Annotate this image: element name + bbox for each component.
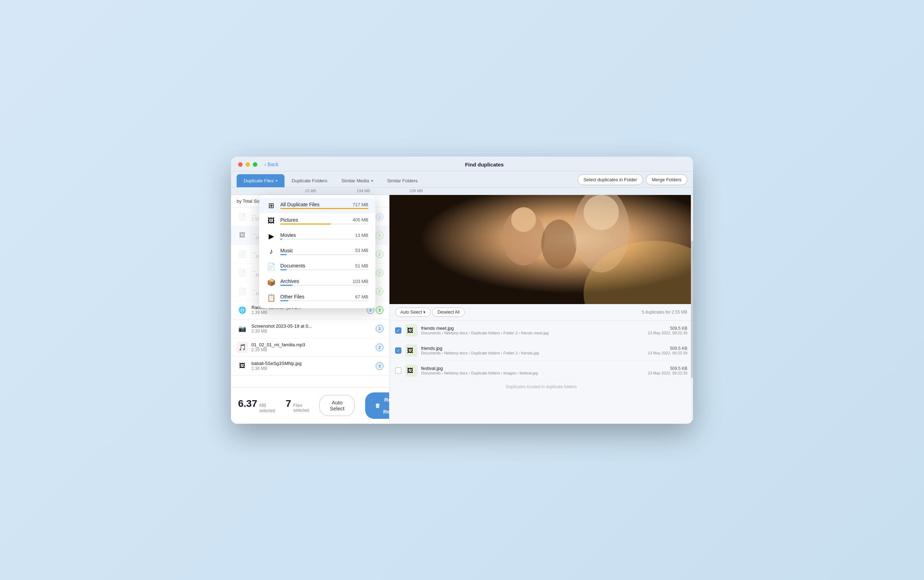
auto-select-detail-button[interactable]: Auto Select ▾: [395, 308, 431, 317]
detail-item[interactable]: ✓ 🖼 friends meet.jpg Documents › Nektony…: [389, 321, 693, 341]
badge: 2: [376, 288, 383, 295]
detail-list: ✓ 🖼 friends meet.jpg Documents › Nektony…: [389, 321, 693, 424]
preview-svg: [389, 195, 693, 304]
dropdown-item-archives[interactable]: 📦 Archives 103 MB: [259, 275, 375, 290]
list-item[interactable]: 🖼 babali-5SeSg3SMNp.jpg 2.36 MB 3: [231, 357, 389, 376]
minimize-button[interactable]: [246, 162, 250, 167]
tab-size-similar-media: 194 MB: [335, 188, 391, 194]
scrollbar-thumb[interactable]: [691, 241, 693, 378]
file-icon: 📄: [237, 286, 248, 297]
bottom-bar: 6.37 MB selected 7 Files selected Auto S…: [231, 387, 389, 424]
checkbox-friends-meet[interactable]: ✓: [395, 327, 401, 334]
duplicate-count: 5 duplicates for 2.55 MB: [642, 310, 687, 315]
deselect-all-button[interactable]: Deselect All: [432, 308, 465, 317]
scrollbar-track[interactable]: [691, 195, 693, 424]
file-icon: 🎵: [237, 342, 248, 353]
footer-note: Duplicates located in duplicate folders: [389, 381, 693, 393]
fullscreen-button[interactable]: [253, 162, 257, 167]
tab-size-duplicate-folders: 25 MB: [286, 188, 335, 194]
file-thumbnail-friends-meet: 🖼: [405, 324, 417, 337]
badge: 2: [376, 325, 383, 333]
main-window: ‹ Back Find duplicates Duplicate Files ▾…: [231, 157, 693, 424]
svg-point-5: [584, 195, 619, 230]
traffic-lights: [238, 162, 257, 167]
selected-size-stat: 6.37 MB selected: [238, 398, 275, 413]
svg-text:🖼: 🖼: [407, 327, 413, 334]
file-icon: 📄: [237, 267, 248, 278]
tab-size-similar-folders: 339 MB: [391, 188, 441, 194]
selected-files-stat: 7 Files selected: [285, 398, 309, 413]
dropdown-item-music[interactable]: ♪ Music 53 MB: [259, 244, 375, 259]
badge: 2: [376, 269, 383, 277]
grid-icon: ⊞: [266, 201, 276, 210]
file-thumbnail-festival: 🖼: [405, 364, 417, 377]
file-icon: 📷: [237, 323, 248, 334]
merge-folders-button[interactable]: Merge Folders: [646, 174, 687, 185]
file-icon: 🖼: [237, 230, 248, 241]
file-thumbnail-friends: 🖼: [405, 344, 417, 357]
titlebar: ‹ Back Find duplicates: [231, 157, 693, 171]
file-icon: 🌐: [237, 305, 248, 316]
detail-item[interactable]: 🖼 festival.jpg Documents › Nektony docs …: [389, 361, 693, 381]
chevron-down-icon-2: ▾: [371, 179, 373, 183]
list-item[interactable]: 🎵 01_02_01_mi_familia.mp3 2.39 MB 2: [231, 338, 389, 357]
badge: 5: [376, 232, 383, 239]
tab-duplicate-folders[interactable]: Duplicate Folders: [284, 174, 334, 187]
dropdown-item-pictures[interactable]: 🖼 Pictures 405 MB: [259, 213, 375, 228]
tab-similar-folders[interactable]: Similar Folders: [380, 174, 425, 187]
main-content: by Total Size ▾ 📄 … 2.56 MB 2: [231, 195, 693, 424]
badge: 2: [376, 213, 383, 221]
dropdown-item-documents[interactable]: 📄 Documents 51 MB: [259, 259, 375, 275]
svg-point-2: [541, 219, 576, 269]
svg-text:🖼: 🖼: [407, 347, 413, 354]
other-files-icon: 📋: [266, 293, 276, 302]
preview-image: [389, 195, 693, 304]
file-icon: 📄: [237, 249, 248, 260]
select-duplicates-in-folder-button[interactable]: Select duplicates in Folder: [578, 174, 643, 185]
list-item[interactable]: 📷 Screenshot 2023-05-19 at 0... 2.39 MB …: [231, 320, 389, 338]
pictures-icon: 🖼: [266, 217, 276, 225]
badge: 3: [376, 306, 383, 314]
trash-icon: 🗑: [375, 403, 380, 409]
file-details-panel: Auto Select ▾ Deselect All 5 duplicates …: [389, 304, 693, 424]
tab-duplicate-files[interactable]: Duplicate Files ▾: [237, 174, 284, 187]
chevron-left-icon: ‹: [264, 161, 266, 167]
music-icon: ♪: [266, 247, 276, 255]
auto-select-bottom-button[interactable]: Auto Select: [319, 395, 355, 416]
review-and-remove-button[interactable]: 🗑 Review and Remove: [365, 392, 389, 419]
file-icon: 🖼: [237, 360, 248, 372]
checkbox-festival[interactable]: [395, 367, 401, 374]
chevron-down-icon: ▾: [276, 179, 277, 183]
archives-icon: 📦: [266, 278, 276, 287]
right-panel: Auto Select ▾ Deselect All 5 duplicates …: [389, 195, 693, 424]
file-icon: 📄: [237, 211, 248, 222]
movies-icon: ▶: [266, 232, 276, 241]
dropdown-item-all[interactable]: ⊞ All Duplicate Files 717 MB: [259, 198, 375, 213]
tab-bar: Duplicate Files ▾ Duplicate Folders Simi…: [231, 171, 693, 188]
window-title: Find duplicates: [283, 161, 686, 168]
dropdown-item-movies[interactable]: ▶ Movies 13 MB: [259, 228, 375, 244]
detail-item[interactable]: ✓ 🖼 friends.jpg Documents › Nektony docs…: [389, 341, 693, 361]
svg-text:🖼: 🖼: [407, 367, 413, 374]
badge: 3: [376, 362, 383, 370]
svg-point-4: [511, 207, 536, 232]
file-type-dropdown: ⊞ All Duplicate Files 717 MB 🖼 Pictures: [259, 195, 375, 308]
badge: 2: [376, 343, 383, 351]
checkbox-friends[interactable]: ✓: [395, 348, 401, 354]
details-header: Auto Select ▾ Deselect All 5 duplicates …: [389, 304, 693, 321]
dropdown-item-other-files[interactable]: 📋 Other Files 67 MB: [259, 290, 375, 305]
documents-icon: 📄: [266, 262, 276, 271]
tab-similar-media[interactable]: Similar Media ▾: [334, 174, 380, 187]
chevron-down-icon-3: ▾: [423, 310, 426, 315]
close-button[interactable]: [238, 162, 243, 167]
back-button[interactable]: ‹ Back: [264, 161, 279, 167]
badge: 2: [376, 250, 383, 258]
